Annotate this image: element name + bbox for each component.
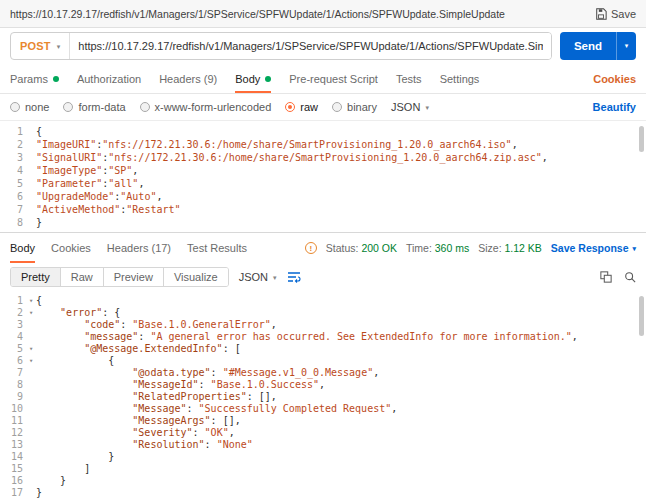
body-type-none[interactable]: none bbox=[10, 101, 49, 113]
view-preview[interactable]: Preview bbox=[104, 268, 164, 286]
body-type-x-www-form-urlencoded[interactable]: x-www-form-urlencoded bbox=[140, 101, 272, 113]
request-header-bar: https://10.17.29.17/redfish/v1/Managers/… bbox=[0, 0, 646, 28]
code-token bbox=[36, 439, 132, 450]
code-line: 2▾ "error": { bbox=[0, 307, 646, 319]
code-text: "code": "Base.1.0.GeneralError", bbox=[36, 319, 277, 331]
code-token: , bbox=[319, 379, 325, 390]
line-number: 17 bbox=[0, 487, 26, 499]
fold-spacer bbox=[26, 190, 36, 203]
save-response-button[interactable]: Save Response ▾ bbox=[551, 242, 636, 254]
code-line: 4"ImageType":"SP", bbox=[0, 164, 646, 177]
scrollbar[interactable] bbox=[639, 126, 644, 152]
copy-button[interactable] bbox=[600, 271, 612, 283]
code-token: "Severity" bbox=[132, 427, 192, 438]
code-token: "Resolution" bbox=[132, 439, 204, 450]
fold-toggle-icon[interactable]: ▾ bbox=[26, 343, 36, 355]
code-line: 14 } bbox=[0, 451, 646, 463]
body-indicator-dot bbox=[265, 76, 271, 82]
response-tab-headers[interactable]: Headers (17) bbox=[107, 233, 171, 263]
code-text: "MessageId": "Base.1.0.Success", bbox=[36, 379, 325, 391]
code-token: : [], bbox=[247, 391, 277, 402]
send-button[interactable]: Send bbox=[560, 32, 616, 60]
fold-toggle-icon[interactable]: ▾ bbox=[26, 307, 36, 319]
response-tabs-row: Body Cookies Headers (17) Test Results !… bbox=[0, 233, 646, 263]
code-text: "Message": "Successfully Completed Reque… bbox=[36, 403, 397, 415]
body-format-select[interactable]: JSON ▾ bbox=[391, 101, 429, 113]
beautify-link[interactable]: Beautify bbox=[593, 101, 636, 113]
fold-toggle-icon[interactable]: ▾ bbox=[26, 355, 36, 367]
view-visualize[interactable]: Visualize bbox=[164, 268, 228, 286]
tab-params[interactable]: Params bbox=[10, 64, 59, 93]
code-token: "RelatedProperties" bbox=[132, 391, 246, 402]
code-token bbox=[36, 307, 60, 318]
code-token: "A general error has occurred. See Exten… bbox=[150, 331, 571, 342]
fold-spacer bbox=[26, 331, 36, 343]
tab-tests[interactable]: Tests bbox=[396, 64, 422, 93]
code-token: "Base.1.0.GeneralError" bbox=[132, 319, 270, 330]
line-number: 2 bbox=[0, 307, 26, 319]
line-number: 10 bbox=[0, 403, 26, 415]
fold-toggle-icon[interactable]: ▾ bbox=[26, 295, 36, 307]
line-number: 6 bbox=[0, 190, 26, 203]
fold-spacer bbox=[26, 138, 36, 151]
code-token: : [ bbox=[223, 343, 241, 354]
cookies-link[interactable]: Cookies bbox=[593, 64, 636, 93]
tab-headers[interactable]: Headers (9) bbox=[159, 64, 217, 93]
code-token: { bbox=[36, 126, 42, 137]
response-body-viewer[interactable]: 1▾{2▾ "error": {3 "code": "Base.1.0.Gene… bbox=[0, 291, 646, 500]
body-type-raw[interactable]: raw bbox=[285, 101, 318, 113]
code-token: "OK" bbox=[205, 427, 229, 438]
code-text: "@odata.type": "#Message.v1_0_0.Message"… bbox=[36, 367, 379, 379]
line-number: 6 bbox=[0, 355, 26, 367]
response-tab-test-results[interactable]: Test Results bbox=[187, 233, 247, 263]
request-body-editor[interactable]: 1{2"ImageURI":"nfs://172.21.30.6:/home/s… bbox=[0, 121, 646, 233]
code-text: "RelatedProperties": [], bbox=[36, 391, 277, 403]
response-format-select[interactable]: JSON ▾ bbox=[239, 271, 277, 283]
code-text: "ActiveMethod":"Restart" bbox=[36, 203, 181, 216]
code-text: "SignalURI":"nfs://172.21.30.6:/home/sha… bbox=[36, 151, 548, 164]
code-token: } bbox=[36, 451, 114, 462]
response-tab-cookies[interactable]: Cookies bbox=[51, 233, 91, 263]
body-type-form-data[interactable]: form-data bbox=[63, 101, 125, 113]
line-number: 14 bbox=[0, 451, 26, 463]
method-select[interactable]: POST ▾ bbox=[11, 33, 70, 59]
view-pretty[interactable]: Pretty bbox=[11, 268, 61, 286]
fold-spacer bbox=[26, 379, 36, 391]
tab-settings[interactable]: Settings bbox=[440, 64, 480, 93]
tab-label: Tests bbox=[396, 73, 422, 85]
line-number: 1 bbox=[0, 125, 26, 138]
search-icon bbox=[624, 271, 636, 283]
wrap-lines-button[interactable] bbox=[287, 271, 301, 283]
code-text: "Resolution": "None" bbox=[36, 439, 253, 451]
code-token: , bbox=[138, 178, 144, 189]
code-line: 3 "code": "Base.1.0.GeneralError", bbox=[0, 319, 646, 331]
tab-pre-request-script[interactable]: Pre-request Script bbox=[289, 64, 378, 93]
code-text: "ImageURI":"nfs://172.21.30.6:/home/shar… bbox=[36, 138, 518, 151]
code-line: 10 "Message": "Successfully Completed Re… bbox=[0, 403, 646, 415]
code-text: } bbox=[36, 451, 114, 463]
save-button[interactable]: Save bbox=[595, 8, 636, 20]
send-options-button[interactable]: ▾ bbox=[616, 32, 636, 60]
body-type-binary[interactable]: binary bbox=[332, 101, 377, 113]
code-line: 8 "MessageId": "Base.1.0.Success", bbox=[0, 379, 646, 391]
scrollbar[interactable] bbox=[639, 296, 644, 336]
tab-body[interactable]: Body bbox=[235, 64, 271, 93]
chevron-down-icon: ▾ bbox=[625, 42, 629, 49]
response-tab-body[interactable]: Body bbox=[10, 233, 35, 263]
response-body-code: 1▾{2▾ "error": {3 "code": "Base.1.0.Gene… bbox=[0, 291, 646, 499]
code-token: "ImageType" bbox=[36, 165, 102, 176]
radio-icon bbox=[63, 102, 73, 112]
code-text: { bbox=[36, 125, 42, 138]
tab-label: Settings bbox=[440, 73, 480, 85]
fold-spacer bbox=[26, 391, 36, 403]
code-token: } bbox=[36, 487, 42, 498]
search-button[interactable] bbox=[624, 271, 636, 283]
view-raw[interactable]: Raw bbox=[61, 268, 104, 286]
code-line: 6▾ { bbox=[0, 355, 646, 367]
code-token: : bbox=[211, 367, 223, 378]
url-input[interactable] bbox=[70, 33, 551, 59]
code-text: ] bbox=[36, 463, 90, 475]
ssl-warning-icon[interactable]: ! bbox=[305, 242, 317, 254]
code-token: { bbox=[36, 295, 42, 306]
tab-authorization[interactable]: Authorization bbox=[77, 64, 141, 93]
